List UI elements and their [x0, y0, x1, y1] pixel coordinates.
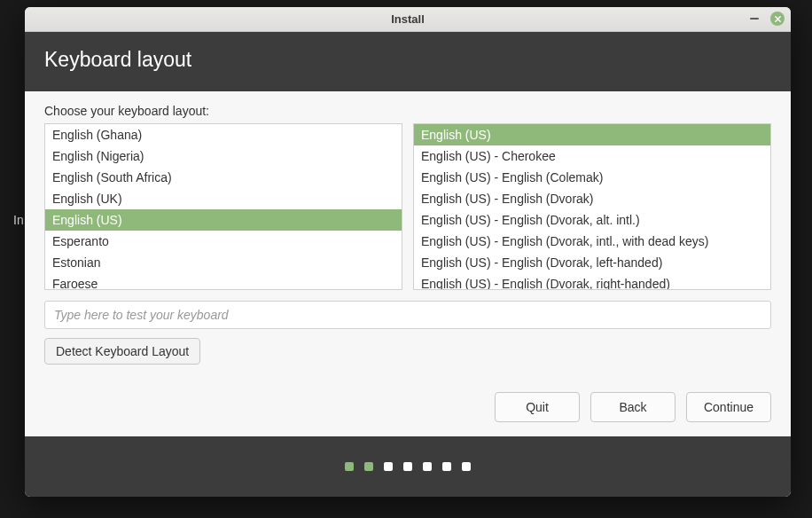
list-item[interactable]: English (Ghana) — [45, 124, 402, 145]
page-title: Keyboard layout — [44, 48, 191, 71]
list-item[interactable]: English (South Africa) — [45, 167, 402, 188]
list-item[interactable]: English (Nigeria) — [45, 145, 402, 167]
list-item[interactable]: English (US) - Cherokee — [414, 145, 770, 167]
close-icon — [770, 12, 785, 26]
window-controls — [746, 11, 785, 27]
progress-dot — [423, 462, 432, 471]
variant-list[interactable]: English (US)English (US) - CherokeeEngli… — [413, 123, 771, 290]
list-item[interactable]: Estonian — [45, 252, 402, 273]
list-item[interactable]: English (US) - English (Dvorak, intl., w… — [414, 231, 770, 252]
quit-button[interactable]: Quit — [495, 392, 580, 422]
backdrop-partial-text: In — [13, 213, 24, 227]
progress-dot — [462, 462, 471, 471]
footer — [25, 436, 791, 497]
progress-dot — [403, 462, 412, 471]
installer-window: Install Keyboard layout Choose your keyb… — [25, 7, 791, 497]
list-item[interactable]: English (US) — [414, 124, 770, 145]
progress-dot — [364, 462, 373, 471]
language-list[interactable]: English (Ghana)English (Nigeria)English … — [44, 123, 402, 290]
continue-button[interactable]: Continue — [686, 392, 771, 422]
progress-dot — [384, 462, 393, 471]
progress-dots — [345, 462, 471, 471]
list-item[interactable]: Faroese — [45, 273, 402, 290]
list-item[interactable]: English (UK) — [45, 188, 402, 209]
list-item[interactable]: English (US) - English (Dvorak, alt. int… — [414, 209, 770, 231]
progress-dot — [442, 462, 451, 471]
list-item[interactable]: English (US) - English (Dvorak, left-han… — [414, 252, 770, 273]
keyboard-test-input[interactable] — [44, 301, 771, 329]
detect-layout-button[interactable]: Detect Keyboard Layout — [44, 338, 200, 365]
list-item[interactable]: English (US) — [45, 209, 402, 231]
content-area: Choose your keyboard layout: English (Gh… — [25, 91, 791, 436]
list-item[interactable]: English (US) - English (Dvorak) — [414, 188, 770, 209]
list-item[interactable]: English (US) - English (Dvorak, right-ha… — [414, 273, 770, 290]
close-button[interactable] — [769, 11, 785, 27]
page-header: Keyboard layout — [25, 32, 791, 91]
list-item[interactable]: English (US) - English (Colemak) — [414, 167, 770, 188]
window-title: Install — [391, 12, 425, 26]
progress-dot — [345, 462, 354, 471]
back-button[interactable]: Back — [590, 392, 675, 422]
layout-lists-row: English (Ghana)English (Nigeria)English … — [44, 123, 771, 290]
titlebar: Install — [25, 7, 791, 32]
choose-layout-label: Choose your keyboard layout: — [44, 104, 771, 118]
wizard-actions: Quit Back Continue — [44, 376, 771, 422]
list-item[interactable]: Esperanto — [45, 231, 402, 252]
minimize-icon — [750, 18, 759, 20]
minimize-button[interactable] — [746, 11, 762, 27]
